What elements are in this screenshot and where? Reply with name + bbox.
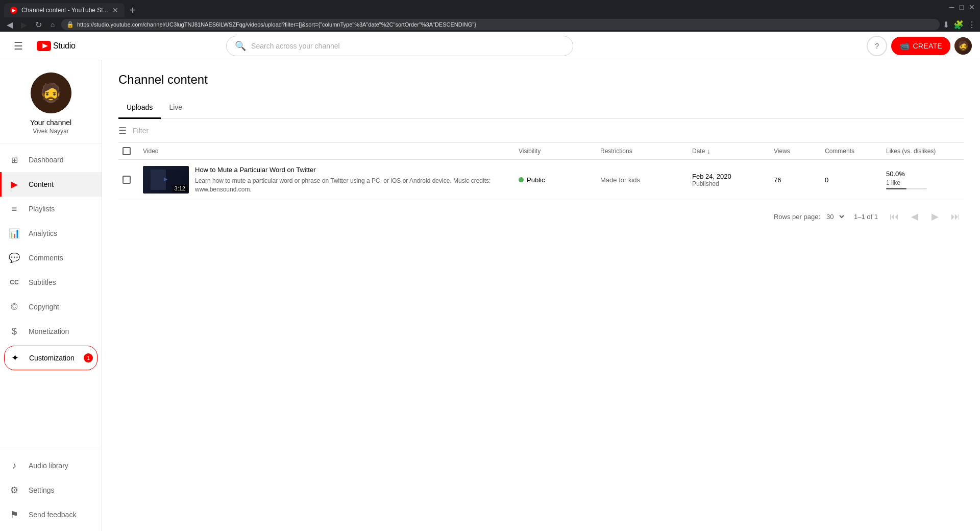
sidebar-item-send-feedback[interactable]: ⚑ Send feedback <box>0 502 102 527</box>
channel-name: Your channel <box>30 118 71 127</box>
date-value: Feb 24, 2020 <box>692 173 766 180</box>
table-row: ▶ 3:12 How to Mute a Particular Word on … <box>118 160 964 200</box>
search-container: 🔍 <box>226 36 573 56</box>
sidebar-item-playlists[interactable]: ≡ Playlists <box>0 197 102 221</box>
video-title[interactable]: How to Mute a Particular Word on Twitter <box>195 166 510 175</box>
audio-library-icon: ♪ <box>8 461 20 471</box>
sidebar-item-monetization[interactable]: $ Monetization <box>0 319 102 344</box>
sidebar-item-analytics[interactable]: 📊 Analytics <box>0 221 102 246</box>
sidebar-item-label: Analytics <box>29 229 57 237</box>
new-tab-button[interactable]: + <box>126 3 140 17</box>
th-date[interactable]: Date ↓ <box>688 147 770 155</box>
sidebar-item-label: Content <box>29 180 54 188</box>
content-icon: ▶ <box>8 179 20 190</box>
channel-handle: Vivek Nayyar <box>33 128 68 135</box>
tab-uploads[interactable]: Uploads <box>118 97 161 119</box>
dashboard-icon: ⊞ <box>8 155 20 165</box>
user-avatar-button[interactable]: 🧔 <box>954 37 972 55</box>
last-page-button[interactable]: ⏭ <box>947 208 964 225</box>
sidebar-item-label: Dashboard <box>29 156 64 164</box>
sidebar-bottom: ♪ Audio library ⚙ Settings ⚑ Send feedba… <box>0 449 102 531</box>
date-status: Published <box>692 180 766 187</box>
filter-icon[interactable]: ☰ <box>118 125 127 136</box>
copyright-icon: © <box>8 302 20 312</box>
rows-per-page-select[interactable]: 30 50 100 <box>824 212 846 221</box>
search-input[interactable] <box>251 42 565 50</box>
sidebar-item-label: Copyright <box>29 303 59 311</box>
th-comments: Comments <box>821 148 882 155</box>
sidebar-item-audio-library[interactable]: ♪ Audio library <box>0 453 102 478</box>
maximize-icon[interactable]: □ <box>960 3 964 11</box>
customization-icon: ✦ <box>9 352 21 364</box>
prev-page-button[interactable]: ◀ <box>906 208 923 225</box>
sidebar-item-customization[interactable]: ✦ Customization 1 <box>4 346 97 370</box>
filter-bar: ☰ <box>118 119 964 143</box>
th-likes: Likes (vs. dislikes) <box>882 148 964 155</box>
studio-logo[interactable]: Studio <box>37 41 76 51</box>
downloads-icon[interactable]: ⬇ <box>943 20 949 30</box>
extensions-icon[interactable]: 🧩 <box>953 20 964 30</box>
settings-icon: ⚙ <box>8 485 20 496</box>
sidebar-item-label: Playlists <box>29 205 55 213</box>
subtitles-icon: CC <box>8 279 20 286</box>
channel-avatar: 🧔 <box>31 73 71 113</box>
td-likes: 50.0% 1 like <box>882 170 964 189</box>
th-visibility: Visibility <box>514 148 596 155</box>
video-duration: 3:12 <box>173 185 187 192</box>
tab-title: Channel content - YouTube St... <box>21 7 108 14</box>
sidebar-item-label: Audio library <box>29 462 68 470</box>
tab-live[interactable]: Live <box>161 97 190 119</box>
sidebar-item-copyright[interactable]: © Copyright <box>0 295 102 319</box>
youtube-icon <box>37 41 51 51</box>
tab-favicon: ▶ <box>10 7 17 14</box>
more-menu-icon[interactable]: ⋮ <box>968 20 976 30</box>
minimize-icon[interactable]: ─ <box>949 3 954 11</box>
sidebar-item-dashboard[interactable]: ⊞ Dashboard <box>0 148 102 172</box>
create-video-icon: 📹 <box>899 41 910 51</box>
sidebar-nav: ⊞ Dashboard ▶ Content ≡ Playlists 📊 Anal… <box>0 143 102 449</box>
first-page-button[interactable]: ⏮ <box>886 208 902 225</box>
analytics-icon: 📊 <box>8 228 20 239</box>
table-container: Video Visibility Restrictions Date ↓ Vie… <box>118 143 964 200</box>
video-thumbnail[interactable]: ▶ 3:12 <box>143 166 189 194</box>
create-button[interactable]: 📹 CREATE <box>891 37 950 55</box>
svg-text:▶: ▶ <box>164 176 168 182</box>
create-label: CREATE <box>913 42 942 50</box>
home-button[interactable]: ⌂ <box>47 19 58 30</box>
content-area: Channel content Uploads Live ☰ <box>102 60 980 531</box>
th-select[interactable] <box>118 147 139 155</box>
close-icon[interactable]: ✕ <box>969 3 975 11</box>
rows-per-page-label: Rows per page: <box>774 213 820 221</box>
comments-icon: 💬 <box>8 252 20 263</box>
search-icon: 🔍 <box>235 40 246 52</box>
td-select[interactable] <box>118 176 139 184</box>
forward-button[interactable]: ▶ <box>18 19 30 30</box>
sidebar: 🧔 Your channel Vivek Nayyar ⊞ Dashboard … <box>0 60 102 531</box>
help-button[interactable]: ? <box>867 36 887 56</box>
sidebar-item-settings[interactable]: ⚙ Settings <box>0 478 102 502</box>
th-restrictions: Restrictions <box>596 148 688 155</box>
tab-close-icon[interactable]: ✕ <box>112 6 118 14</box>
studio-text: Studio <box>53 41 76 51</box>
rows-per-page: Rows per page: 30 50 100 <box>774 212 846 221</box>
filter-input[interactable] <box>133 127 964 135</box>
sidebar-item-content[interactable]: ▶ Content <box>0 172 102 197</box>
td-comments: 0 <box>821 176 882 184</box>
channel-profile[interactable]: 🧔 Your channel Vivek Nayyar <box>0 60 102 143</box>
sidebar-item-comments[interactable]: 💬 Comments <box>0 246 102 270</box>
likes-bar-fill <box>886 188 906 189</box>
address-url: https://studio.youtube.com/channel/UC3lu… <box>77 21 935 28</box>
reload-button[interactable]: ↻ <box>33 19 44 30</box>
monetization-icon: $ <box>8 326 20 337</box>
page-info: 1–1 of 1 <box>854 213 878 221</box>
td-views: 76 <box>770 176 821 184</box>
address-bar[interactable]: 🔒 https://studio.youtube.com/channel/UC3… <box>61 19 940 30</box>
next-page-button[interactable]: ▶ <box>927 208 943 225</box>
td-visibility: Public <box>514 176 596 184</box>
topbar-actions: ? 📹 CREATE 🧔 <box>867 36 972 56</box>
hamburger-menu-button[interactable]: ☰ <box>8 36 29 56</box>
sidebar-item-subtitles[interactable]: CC Subtitles <box>0 270 102 295</box>
back-button[interactable]: ◀ <box>4 19 15 30</box>
th-views: Views <box>770 148 821 155</box>
browser-tab[interactable]: ▶ Channel content - YouTube St... ✕ <box>4 3 125 17</box>
